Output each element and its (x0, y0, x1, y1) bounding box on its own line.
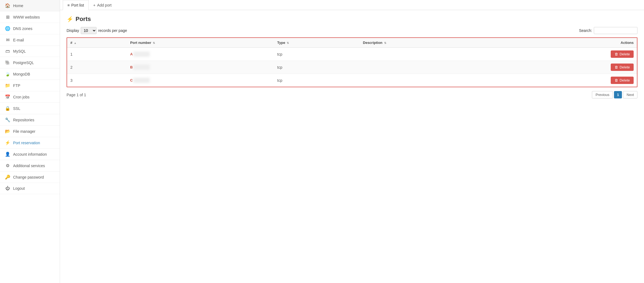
delete-label: Delete (619, 52, 630, 56)
table-row: 1 A XXXXX tcp 🗑 Delete (67, 48, 637, 61)
main-content: ≡ Port list+ Add port ⚡ Ports Display 10… (60, 0, 644, 283)
tab-bar: ≡ Port list+ Add port (60, 0, 644, 10)
page-info: Page 1 of 1 (67, 93, 86, 97)
tab-label-add-port: Add port (97, 3, 112, 7)
dns-zones-icon: 🌐 (5, 26, 10, 31)
search-input[interactable] (594, 27, 637, 34)
delete-label: Delete (619, 78, 630, 82)
file-manager-icon: 📂 (5, 129, 10, 134)
sidebar-item-repositories[interactable]: 🔧 Repositories (0, 114, 60, 126)
delete-button[interactable]: 🗑 Delete (611, 64, 634, 71)
cell-num: 2 (67, 61, 127, 74)
tab-icon-add-port: + (93, 3, 95, 7)
current-page-number[interactable]: 1 (614, 91, 622, 98)
change-password-icon: 🔑 (5, 174, 10, 180)
cell-description (360, 61, 499, 74)
sidebar: 🏠 Home⊞ WWW websites🌐 DNS zones✉ E-mail🗃… (0, 0, 60, 283)
sidebar-label-ssl: SSL (13, 106, 20, 111)
sidebar-label-dns-zones: DNS zones (13, 26, 32, 31)
cell-port-number: A XXXXX (127, 48, 274, 61)
tab-label-port-list: Port list (71, 3, 84, 7)
sidebar-item-mysql[interactable]: 🗃 MySQL (0, 46, 60, 57)
col-actions: Actions (499, 38, 637, 48)
cell-type: tcp (274, 61, 360, 74)
sidebar-label-logout: Logout (13, 186, 25, 191)
sidebar-item-change-password[interactable]: 🔑 Change password (0, 171, 60, 183)
ftp-icon: 📁 (5, 83, 10, 88)
sidebar-label-cron-jobs: Cron jobs (13, 95, 29, 99)
ssl-icon: 🔒 (5, 106, 10, 111)
sidebar-label-mysql: MySQL (13, 49, 26, 53)
www-websites-icon: ⊞ (5, 14, 10, 20)
delete-button[interactable]: 🗑 Delete (611, 77, 634, 84)
cell-actions: 🗑 Delete (499, 74, 637, 87)
page-title-text: Ports (76, 16, 91, 23)
sidebar-item-www-websites[interactable]: ⊞ WWW websites (0, 11, 60, 23)
content-area: ⚡ Ports Display 102550100 records per pa… (60, 10, 644, 283)
controls-right: Search: (579, 27, 637, 34)
sidebar-label-postgresql: PostgreSQL (13, 61, 34, 65)
cell-port-number: C XXXXX (127, 74, 274, 87)
sidebar-label-change-password: Change password (13, 175, 44, 179)
sidebar-label-mongodb: MongoDB (13, 72, 30, 76)
sidebar-item-logout[interactable]: ⏻ Logout (0, 183, 60, 194)
cell-actions: 🗑 Delete (499, 48, 637, 61)
sidebar-label-account-information: Account information (13, 152, 47, 156)
pagination-row: Page 1 of 1 Previous 1 Next (67, 91, 637, 98)
records-per-page-label: records per page (98, 28, 127, 33)
tab-add-port[interactable]: + Add port (89, 0, 116, 10)
sidebar-item-port-reservation[interactable]: ⚡ Port reservation (0, 137, 60, 149)
sidebar-item-mongodb[interactable]: 🍃 MongoDB (0, 68, 60, 80)
cell-num: 3 (67, 74, 127, 87)
sidebar-label-additional-services: Additional services (13, 164, 45, 168)
col-type[interactable]: Type ⇅ (274, 38, 360, 48)
cell-description (360, 74, 499, 87)
cell-actions: 🗑 Delete (499, 61, 637, 74)
tab-port-list[interactable]: ≡ Port list (63, 0, 89, 10)
cell-type: tcp (274, 48, 360, 61)
email-icon: ✉ (5, 37, 10, 43)
controls-row: Display 102550100 records per page Searc… (67, 27, 637, 34)
sidebar-item-home[interactable]: 🏠 Home (0, 0, 60, 11)
per-page-select[interactable]: 102550100 (81, 27, 97, 34)
next-button[interactable]: Next (623, 91, 637, 98)
sidebar-item-dns-zones[interactable]: 🌐 DNS zones (0, 23, 60, 34)
sidebar-label-www-websites: WWW websites (13, 15, 40, 19)
col-description[interactable]: Description ⇅ (360, 38, 499, 48)
pagination-controls: Previous 1 Next (592, 91, 637, 98)
cell-port-number: B XXXXX (127, 61, 274, 74)
ports-icon: ⚡ (67, 16, 73, 22)
mysql-icon: 🗃 (5, 49, 10, 54)
sidebar-label-home: Home (13, 4, 23, 8)
port-letter: B (130, 65, 133, 69)
previous-button[interactable]: Previous (592, 91, 613, 98)
sidebar-item-file-manager[interactable]: 📂 File manager (0, 126, 60, 137)
sidebar-item-account-information[interactable]: 👤 Account information (0, 149, 60, 160)
sidebar-item-ftp[interactable]: 📁 FTP (0, 80, 60, 91)
sidebar-item-ssl[interactable]: 🔒 SSL (0, 103, 60, 114)
port-value: XXXXX (133, 65, 150, 70)
display-label: Display (67, 28, 79, 33)
sidebar-item-cron-jobs[interactable]: 📅 Cron jobs (0, 91, 60, 103)
cell-description (360, 48, 499, 61)
sidebar-label-ftp: FTP (13, 83, 20, 88)
ports-table: # ▲ Port number ⇅ Type ⇅ Description ⇅ A… (67, 38, 637, 87)
port-reservation-icon: ⚡ (5, 140, 10, 145)
sidebar-item-email[interactable]: ✉ E-mail (0, 34, 60, 46)
tab-icon-port-list: ≡ (67, 3, 70, 7)
cell-num: 1 (67, 48, 127, 61)
home-icon: 🏠 (5, 3, 10, 8)
additional-services-icon: ⚙ (5, 163, 10, 168)
sidebar-label-file-manager: File manager (13, 129, 35, 134)
mongodb-icon: 🍃 (5, 71, 10, 77)
col-port-number[interactable]: Port number ⇅ (127, 38, 274, 48)
page-title-row: ⚡ Ports (67, 16, 637, 23)
sidebar-label-email: E-mail (13, 38, 24, 42)
delete-button[interactable]: 🗑 Delete (611, 50, 634, 58)
delete-label: Delete (619, 65, 630, 69)
trash-icon: 🗑 (615, 52, 618, 56)
sidebar-item-additional-services[interactable]: ⚙ Additional services (0, 160, 60, 171)
port-value: XXXXX (133, 52, 150, 57)
postgresql-icon: 🐘 (5, 60, 10, 65)
sidebar-item-postgresql[interactable]: 🐘 PostgreSQL (0, 57, 60, 68)
